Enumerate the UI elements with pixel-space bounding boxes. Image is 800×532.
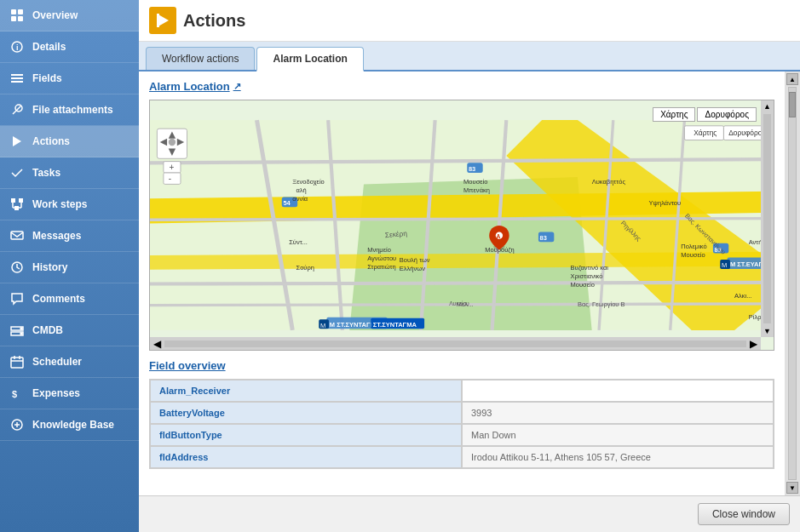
svg-text:Δορυφόρος: Δορυφόρος [728, 129, 765, 138]
map-vscroll[interactable]: ▲ ▼ [761, 100, 774, 337]
svg-text:Λυκαβηττός: Λυκαβηττός [592, 178, 626, 186]
worksteps-icon [9, 196, 26, 213]
svg-rect-0 [11, 9, 16, 14]
sidebar-item-actions[interactable]: Actions [0, 126, 139, 157]
field-value-button-type: Man Down [462, 424, 774, 446]
sidebar-item-comments[interactable]: Comments [0, 283, 139, 315]
svg-rect-12 [11, 198, 15, 203]
fields-icon [9, 70, 26, 87]
sidebar-item-label: Actions [32, 135, 70, 147]
svg-text:-: - [169, 174, 171, 183]
scroll-down-btn[interactable]: ▼ [786, 482, 798, 494]
svg-point-102 [169, 139, 176, 146]
sidebar-item-tasks[interactable]: Tasks [0, 157, 139, 189]
details-icon: i [9, 38, 26, 55]
sidebar-item-cmdb[interactable]: CMDB [0, 315, 139, 346]
svg-text:Χριστιανικό: Χριστιανικό [571, 272, 603, 280]
right-scrollbar[interactable]: ▲ ▼ [785, 72, 800, 495]
map-hscroll[interactable]: ◀ ▶ [150, 337, 761, 350]
sidebar-item-label: Knowledge Base [32, 419, 114, 431]
svg-text:Σούρη: Σούρη [296, 264, 314, 272]
svg-text:Υψηλάντου: Υψηλάντου [649, 199, 681, 207]
sidebar-item-fields[interactable]: Fields [0, 63, 139, 94]
svg-rect-13 [19, 198, 23, 203]
svg-text:Ξενοδοχείο: Ξενοδοχείο [292, 178, 324, 186]
actions-page-icon [149, 7, 176, 34]
svg-line-47 [150, 219, 774, 220]
field-value-address: Irodou Attikou 5-11, Athens 105 57, Gree… [462, 446, 774, 468]
tab-alarm-location[interactable]: Alarm Location [256, 47, 363, 72]
field-value-battery-voltage: 3993 [462, 402, 774, 424]
sidebar-item-label: Work steps [32, 198, 87, 210]
sidebar-item-label: File attachments [32, 104, 113, 116]
field-overview-title[interactable]: Field overview [149, 359, 774, 372]
sidebar-item-history[interactable]: History [0, 252, 139, 283]
sidebar-item-label: Details [32, 41, 66, 53]
svg-text:Μ: Μ [722, 261, 727, 269]
sidebar-item-label: Expenses [32, 387, 80, 399]
map-type-chart-btn[interactable]: Χάρτης [653, 107, 695, 122]
sidebar-item-scheduler[interactable]: Scheduler [0, 346, 139, 378]
svg-text:Μουσείο: Μουσείο [463, 178, 487, 186]
scroll-up-btn[interactable]: ▲ [786, 73, 798, 85]
svg-rect-25 [11, 358, 23, 368]
kb-icon [9, 416, 26, 433]
close-window-button[interactable]: Close window [698, 503, 790, 525]
svg-text:Στρατιώτη: Στρατιώτη [367, 263, 395, 271]
expenses-icon: $ [9, 385, 26, 402]
svg-text:83: 83 [469, 165, 475, 173]
scroll-thumb[interactable] [789, 92, 796, 117]
svg-text:Μουσείο: Μουσείο [571, 281, 595, 289]
svg-point-23 [20, 328, 22, 329]
actions-icon [9, 133, 26, 150]
svg-text:83: 83 [540, 234, 547, 242]
sidebar-item-label: History [32, 261, 67, 273]
svg-text:+: + [170, 163, 175, 172]
field-label-button-type: fldButtonType [150, 424, 462, 446]
field-label-alarm-receiver: Alarm_Receiver [150, 380, 462, 402]
svg-line-48 [150, 283, 774, 284]
tab-workflow-actions[interactable]: Workflow actions [146, 47, 255, 70]
sidebar-item-expenses[interactable]: $ Expenses [0, 378, 139, 409]
svg-text:Μνημείο: Μνημείο [367, 246, 391, 254]
map-type-satellite-btn[interactable]: Δορυφόρος [697, 107, 757, 122]
svg-text:54: 54 [283, 199, 291, 207]
alarm-receiver-input[interactable] [471, 386, 764, 396]
svg-rect-34 [157, 14, 159, 27]
main-content: Actions Workflow actions Alarm Location … [139, 0, 800, 532]
map-container[interactable]: Σεκέρη 83 83 83 54 83 Ξενοδοχείο αλή ανν… [149, 100, 774, 351]
map-scroll-right-icon[interactable]: ▶ [750, 338, 757, 350]
svg-rect-6 [11, 74, 23, 76]
sidebar-item-messages[interactable]: Messages [0, 220, 139, 252]
sidebar-item-knowledge-base[interactable]: Knowledge Base [0, 409, 139, 441]
tasks-icon [9, 164, 26, 181]
svg-rect-2 [11, 16, 16, 21]
svg-text:Χάρτης: Χάρτης [694, 129, 717, 138]
sidebar-item-file-attachments[interactable]: File attachments [0, 94, 139, 126]
sidebar-item-label: Scheduler [32, 356, 82, 368]
sidebar-item-details[interactable]: i Details [0, 31, 139, 63]
svg-text:Σύντ...: Σύντ... [289, 239, 308, 247]
sidebar-item-worksteps[interactable]: Work steps [0, 189, 139, 220]
map-scroll-up-icon[interactable]: ▲ [762, 100, 773, 112]
field-value-alarm-receiver[interactable] [462, 380, 774, 402]
svg-rect-3 [18, 16, 23, 21]
fields-grid: Alarm_Receiver BatteryVoltage 3993 fldBu… [149, 379, 774, 469]
svg-rect-7 [11, 77, 23, 79]
svg-text:A: A [497, 233, 501, 239]
sidebar-item-overview[interactable]: Overview [0, 0, 139, 31]
map-scroll-left-icon[interactable]: ◀ [153, 338, 161, 350]
map-scroll-down-icon[interactable]: ▼ [762, 325, 773, 337]
svg-text:ΣΤ.ΣΥΝΤΑΓΜΑ: ΣΤ.ΣΥΝΤΑΓΜΑ [373, 321, 417, 329]
alarm-location-section-title[interactable]: Alarm Location ↗ [149, 80, 774, 93]
svg-point-24 [20, 333, 22, 335]
svg-text:Βας. Γεωργίου Β: Βας. Γεωργίου Β [578, 300, 625, 308]
svg-rect-19 [11, 232, 23, 239]
map-svg: Σεκέρη 83 83 83 54 83 Ξενοδοχείο αλή ανν… [150, 100, 774, 350]
page-header: Actions [139, 0, 800, 42]
overview-icon [9, 7, 26, 24]
tabs-bar: Workflow actions Alarm Location [139, 42, 800, 72]
external-link-icon[interactable]: ↗ [233, 81, 241, 92]
svg-text:$: $ [12, 389, 17, 399]
svg-text:Αγνώστου: Αγνώστου [367, 255, 396, 262]
